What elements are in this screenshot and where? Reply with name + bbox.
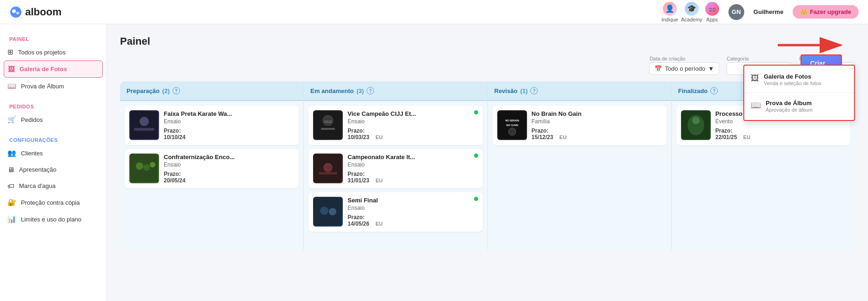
gallery-dropdown-icon: 🖼 (751, 74, 759, 83)
card-thumb-camp (313, 154, 343, 183)
sidebar-item-galeria-fotos[interactable]: 🖼 Galeria de Fotos (4, 60, 103, 78)
book-dropdown-icon: 📖 (751, 100, 761, 110)
dropdown-galeria-title: Galeria de Fotos (764, 73, 821, 80)
dropdown-album-sub: Aprovação de álbum (766, 107, 813, 113)
sidebar-item-marca-dagua[interactable]: 🏷 Marca d'agua (0, 178, 107, 194)
filter-data-select[interactable]: 📅 Todo o período ▼ (649, 62, 719, 75)
svg-point-10 (143, 164, 150, 171)
kanban-header-andamento: Em andamento (3) ? (304, 81, 487, 101)
monitor-icon: 🖥 (7, 166, 14, 174)
svg-text:NO BRAIN: NO BRAIN (505, 119, 519, 122)
svg-point-28 (692, 117, 700, 124)
cart-icon: 🛒 (7, 115, 16, 124)
info-icon-finalizado[interactable]: ? (710, 87, 718, 94)
gallery-icon: 🖼 (8, 65, 15, 73)
apps-label: Apps (706, 17, 718, 22)
kanban-body-preparacao: Faixa Preta Karate Wa... Ensaio Prazo: 1… (120, 101, 303, 250)
col-count-andamento: (3) (356, 87, 364, 94)
card-deadline-confrat: Prazo: 20/05/24 (164, 171, 294, 184)
card-thumb-confrat (129, 154, 159, 183)
card-faixa-preta[interactable]: Faixa Preta Karate Wa... Ensaio Prazo: 1… (125, 106, 299, 145)
red-arrow-annotation (773, 33, 848, 57)
card-vice-campeao[interactable]: CIJJ Vice Campeão CIJJ Et... Ensaio Praz… (308, 106, 482, 145)
academy-label: Academy (681, 17, 702, 22)
kanban-header-preparacao: Preparação (2) ? (120, 81, 303, 101)
sidebar-label-marca-dagua: Marca d'agua (19, 182, 55, 189)
sidebar-item-limites[interactable]: 📊 Limites e uso do plano (0, 211, 107, 227)
col-title-finalizado: Finalizado (678, 87, 708, 94)
col-title-revisao: Revisão (494, 87, 518, 94)
card-no-brain[interactable]: NO BRAINNO GAIN No Brain No Gain Família… (493, 106, 667, 145)
card-deadline-processo: Prazo: 22/01/25 EU (715, 127, 846, 140)
card-semifinal[interactable]: Semi Final Ensaio Prazo: 14/05/26 EU (308, 192, 482, 232)
card-thumb-nobrain: NO BRAINNO GAIN (497, 110, 527, 140)
academy-icon: 🎓 (685, 2, 699, 16)
sidebar-item-pedidos[interactable]: 🛒 Pedidos (0, 111, 107, 128)
info-icon-preparacao[interactable]: ? (173, 87, 180, 94)
avatar[interactable]: GN (728, 4, 744, 20)
apps-icon: ⚏ (705, 2, 719, 16)
sidebar-section-painel: PAINEL (0, 32, 107, 44)
card-title-camp: Campeonato Karate It... (347, 154, 422, 161)
info-icon-revisao[interactable]: ? (530, 87, 538, 94)
dropdown-item-prova-album[interactable]: 📖 Prova de Álbum Aprovação de álbum (744, 95, 854, 117)
indique-button[interactable]: 👤 Indique (661, 2, 678, 22)
status-dot-semi (474, 197, 478, 201)
kanban-col-andamento: Em andamento (3) ? CIJJ Vice Campeão CIJ… (304, 81, 487, 250)
indique-label: Indique (661, 17, 678, 22)
col-title-andamento: Em andamento (310, 87, 354, 94)
svg-rect-18 (319, 172, 337, 174)
info-icon-andamento[interactable]: ? (367, 87, 374, 94)
card-deadline-camp: Prazo: 31/01/23 EU (347, 171, 478, 184)
grid-icon: ⊞ (7, 48, 13, 56)
card-cat-faixa-preta: Ensaio (164, 118, 294, 125)
card-cat-vice: Ensaio (347, 118, 478, 125)
sidebar-label-todos-projetos: Todos os projetos (18, 49, 66, 56)
svg-point-2 (16, 12, 19, 14)
sidebar-item-protecao[interactable]: 🔐 Proteção contra cópia (0, 194, 107, 211)
card-campeonato[interactable]: Campeonato Karate It... Ensaio Prazo: 31… (308, 149, 482, 188)
upgrade-button[interactable]: 👑 Fazer upgrade (793, 5, 859, 19)
sidebar-label-protecao: Proteção contra cópia (21, 199, 80, 206)
card-cat-semi: Ensaio (347, 205, 478, 211)
sidebar-label-limites: Limites e uso do plano (21, 216, 81, 223)
col-count-preparacao: (2) (162, 87, 170, 94)
card-info-nobrain: No Brain No Gain Família Prazo: 15/12/23… (532, 110, 662, 140)
sidebar-item-todos-projetos[interactable]: ⊞ Todos os projetos (0, 44, 107, 60)
svg-point-21 (329, 208, 336, 215)
card-info-confrat: Confraternização Enco... Ensaio Prazo: 2… (164, 154, 294, 184)
card-confraternizacao[interactable]: Confraternização Enco... Ensaio Prazo: 2… (125, 149, 299, 188)
users-icon: 👥 (7, 149, 16, 157)
svg-point-20 (320, 207, 328, 215)
upgrade-label: Fazer upgrade (810, 8, 851, 15)
card-title-semi: Semi Final (347, 197, 422, 204)
logo-icon (9, 6, 22, 19)
chart-icon: 📊 (7, 215, 16, 223)
sidebar-item-clientes[interactable]: 👥 Clientes (0, 145, 107, 161)
sidebar-label-clientes: Clientes (21, 150, 43, 157)
card-deadline-vice: Prazo: 10/03/23 EU (347, 127, 478, 140)
filter-chevron-icon: ▼ (708, 65, 714, 72)
sidebar-item-apresentacao[interactable]: 🖥 Apresentação (0, 161, 107, 178)
card-cat-nobrain: Família (532, 118, 662, 125)
username-label: Guilherme (754, 8, 783, 15)
apps-button[interactable]: ⚏ Apps (705, 2, 719, 22)
card-cat-camp: Ensaio (347, 161, 478, 168)
card-title-vice: Vice Campeão CIJJ Et... (347, 110, 422, 117)
tag-icon: 🏷 (7, 182, 14, 190)
svg-point-11 (150, 162, 155, 167)
status-dot-camp (474, 154, 478, 158)
book-icon: 📖 (7, 82, 16, 90)
dropdown-galeria-sub: Venda e seleção de fotos (764, 80, 821, 86)
card-thumb-vice: CIJJ (313, 110, 343, 140)
svg-point-6 (140, 117, 149, 126)
sidebar-label-galeria-fotos: Galeria de Fotos (20, 66, 67, 73)
app-logo[interactable]: alboom (9, 6, 61, 19)
topnav: alboom 👤 Indique 🎓 Academy ⚏ Apps GN Gui… (0, 0, 868, 24)
filter-data-criacao: Data de criação 📅 Todo o período ▼ (649, 56, 719, 75)
academy-button[interactable]: 🎓 Academy (681, 2, 702, 22)
svg-text:NO GAIN: NO GAIN (506, 124, 518, 127)
criar-nova-dropdown: 🖼 Galeria de Fotos Venda e seleção de fo… (743, 65, 855, 121)
sidebar-item-prova-album[interactable]: 📖 Prova de Álbum (0, 78, 107, 94)
dropdown-item-galeria[interactable]: 🖼 Galeria de Fotos Venda e seleção de fo… (744, 68, 854, 91)
